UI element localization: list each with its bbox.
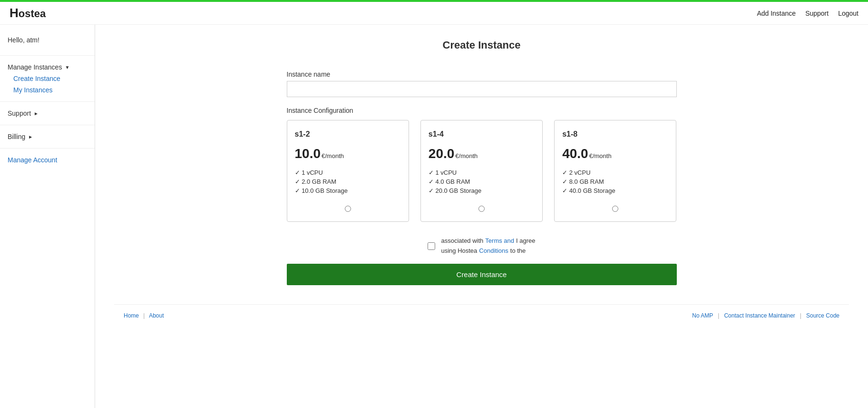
footer-home-link[interactable]: Home [124,312,139,319]
sidebar-my-instances-link[interactable]: My Instances [13,86,87,94]
manage-instances-sub: Create Instance My Instances [8,75,87,94]
add-instance-link[interactable]: Add Instance [757,10,796,17]
instance-name-input[interactable] [287,81,677,97]
footer-contact-maintainer-link[interactable]: Contact Instance Maintainer [724,312,795,319]
plan-s1-8-feature-3: 40.0 GB Storage [562,187,668,194]
instance-config-label: Instance Configuration [287,107,677,114]
divider-4 [0,148,95,149]
plan-s1-2-per-month: €/month [322,152,344,159]
manage-account-link[interactable]: Manage Account [8,156,57,164]
footer-right: No AMP | Contact Instance Maintainer | S… [692,312,839,319]
plan-s1-4-price: 20.0 €/month [429,146,478,161]
terms-row: associated with Terms and I agree using … [287,236,677,256]
manage-instances-header[interactable]: Manage Instances ▼ [8,63,87,71]
plan-s1-8-feature-2: 8.0 GB RAM [562,178,668,185]
logout-link[interactable]: Logout [838,10,858,17]
divider-2 [0,101,95,102]
support-arrow: ► [34,111,39,116]
support-label: Support [8,109,31,117]
plan-s1-4-card: s1-4 20.0 €/month 1 vCPU 4.0 GB RAM 20.0… [420,120,543,222]
plan-s1-4-feature-1: 1 vCPU [429,169,535,176]
footer-about-link[interactable]: About [149,312,164,319]
divider-1 [0,55,95,56]
terms-line1: associated with Terms and I agree [441,236,535,246]
sidebar: Hello, atm! Manage Instances ▼ Create In… [0,25,95,408]
create-instance-form: Instance name Instance Configuration s1-… [287,70,677,285]
plan-s1-4-per-month: €/month [455,152,478,159]
plan-s1-8-price: 40.0 €/month [562,146,611,161]
plan-s1-2-features: 1 vCPU 2.0 GB RAM 10.0 GB Storage [295,169,401,196]
plan-s1-8-radio[interactable] [612,206,618,212]
create-instance-button[interactable]: Create Instance [287,264,677,285]
plan-s1-2-price: 10.0 €/month [295,146,344,161]
terms-pre-2: using Hostea [441,246,477,256]
plan-s1-2-radio[interactable] [345,206,351,212]
layout: Hello, atm! Manage Instances ▼ Create In… [0,25,868,408]
footer: Home | About No AMP | Contact Instance M… [114,304,849,327]
manage-account-section: Manage Account [0,152,95,168]
terms-post-1: I agree [516,236,535,246]
plan-s1-4-feature-2: 4.0 GB RAM [429,178,535,185]
plan-s1-4-radio[interactable] [478,206,485,212]
config-cards: s1-2 10.0 €/month 1 vCPU 2.0 GB RAM 10.0… [287,120,677,222]
instance-name-label: Instance name [287,70,677,78]
manage-instances-label: Manage Instances [8,63,62,71]
plan-s1-2-feature-2: 2.0 GB RAM [295,178,401,185]
sidebar-create-instance-link[interactable]: Create Instance [13,75,87,82]
main-content: Create Instance Instance name Instance C… [95,25,868,408]
terms-checkbox[interactable] [428,242,435,250]
terms-text: associated with Terms and I agree using … [441,236,535,256]
plan-s1-4-price-value: 20.0 [429,146,455,161]
footer-no-amp-link[interactable]: No AMP [692,312,713,319]
plan-s1-2-card: s1-2 10.0 €/month 1 vCPU 2.0 GB RAM 10.0… [287,120,409,222]
plan-s1-2-feature-1: 1 vCPU [295,169,401,176]
plan-s1-8-features: 2 vCPU 8.0 GB RAM 40.0 GB Storage [562,169,668,196]
plan-s1-8-per-month: €/month [589,152,612,159]
footer-left: Home | About [124,312,164,319]
billing-section: Billing ► [0,129,95,144]
footer-sep-3: | [800,312,801,319]
terms-link-1[interactable]: Terms and [485,236,514,246]
plan-s1-8-feature-1: 2 vCPU [562,169,668,176]
support-section: Support ► [0,106,95,121]
plan-s1-4-feature-3: 20.0 GB Storage [429,187,535,194]
plan-s1-4-name: s1-4 [429,130,444,139]
billing-header[interactable]: Billing ► [8,133,87,140]
plan-s1-4-features: 1 vCPU 4.0 GB RAM 20.0 GB Storage [429,169,535,196]
footer-sep-2: | [718,312,719,319]
manage-instances-section: Manage Instances ▼ Create Instance My In… [0,60,95,98]
plan-s1-8-price-value: 40.0 [562,146,588,161]
plan-s1-8-radio-wrap [562,206,668,212]
header-nav: Add Instance Support Logout [757,10,858,17]
plan-s1-8-card: s1-8 40.0 €/month 2 vCPU 8.0 GB RAM 40.0… [554,120,676,222]
terms-line2: using Hostea Conditions to the [441,246,535,256]
plan-s1-2-feature-3: 10.0 GB Storage [295,187,401,194]
terms-pre-1: associated with [441,236,483,246]
plan-s1-2-radio-wrap [295,206,401,212]
support-header[interactable]: Support ► [8,109,87,117]
header: Hostea Add Instance Support Logout [0,2,868,25]
billing-label: Billing [8,133,25,140]
support-link[interactable]: Support [805,10,829,17]
terms-post-2: to the [510,246,526,256]
billing-arrow: ► [28,134,33,139]
plan-s1-2-price-value: 10.0 [295,146,321,161]
logo: Hostea [10,6,46,20]
sidebar-greeting: Hello, atm! [0,32,95,51]
manage-instances-arrow: ▼ [65,65,69,70]
plan-s1-4-radio-wrap [429,206,535,212]
terms-link-2[interactable]: Conditions [479,246,508,256]
footer-sep-1: | [143,312,145,319]
page-title: Create Instance [114,39,849,51]
footer-source-code-link[interactable]: Source Code [806,312,839,319]
plan-s1-2-name: s1-2 [295,130,310,139]
divider-3 [0,125,95,125]
plan-s1-8-name: s1-8 [562,130,577,139]
